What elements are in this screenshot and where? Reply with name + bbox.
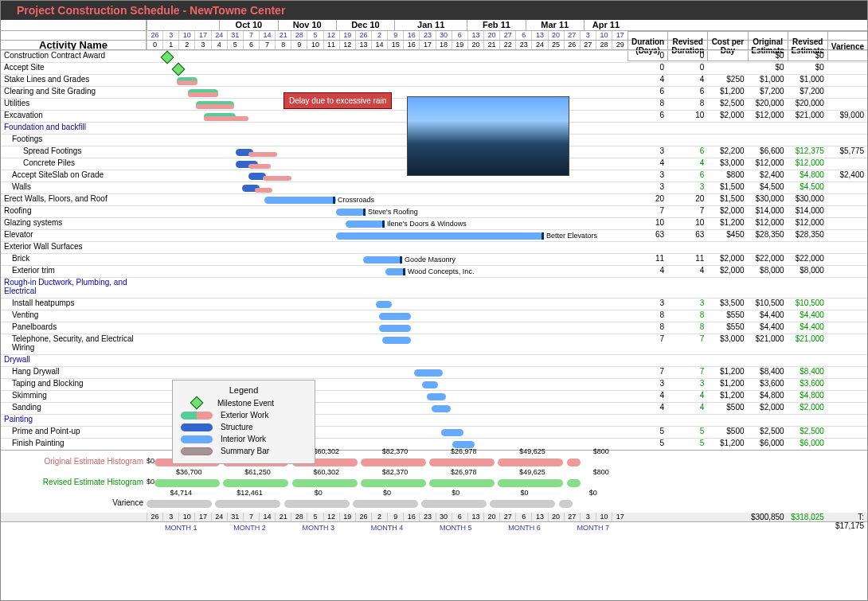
task-name: Brick	[1, 254, 147, 265]
gantt-bar-revised[interactable]	[188, 92, 218, 97]
gantt-bar[interactable]	[422, 381, 438, 388]
resource-tag: Better Elevators	[546, 232, 597, 240]
gantt-bar-revised[interactable]	[248, 164, 271, 169]
task-row: Erect Walls, Floors, and RoofCrossroads2…	[1, 193, 867, 205]
month-label: MONTH 6	[490, 522, 558, 533]
gantt-bar[interactable]	[379, 325, 411, 332]
gantt-bar-revised[interactable]	[255, 188, 272, 193]
total-var: T: $17,175	[827, 513, 867, 521]
label-oe-hist: Original Estimate Histogram	[1, 457, 147, 466]
gantt-bar[interactable]	[382, 337, 411, 344]
milestone-icon	[190, 396, 204, 410]
task-name: Install heatpumps	[1, 299, 147, 310]
gantt-bar[interactable]	[432, 405, 451, 412]
task-name: Accept SiteSlab on Grade	[1, 170, 147, 181]
histogram-bar	[490, 500, 555, 508]
histogram-bar	[429, 479, 495, 487]
task-name: Clearing and Site Grading	[1, 87, 147, 98]
resource-tag: Steve's Roofing	[368, 208, 418, 216]
month-oct: Oct 10	[219, 20, 277, 30]
task-row: Prime and Point-up55$500$2,500$2,500	[1, 426, 867, 438]
gantt-bar[interactable]	[379, 313, 411, 320]
histogram-bar	[284, 500, 350, 508]
gantt-bar[interactable]	[264, 197, 336, 204]
task-row: Walls33$1,500$4,500$4,500	[1, 181, 867, 193]
histogram-bar	[429, 459, 495, 466]
histogram-bar	[498, 479, 563, 487]
task-row: Install heatpumps33$3,500$10,500$10,500	[1, 298, 867, 310]
task-row: ElevatorBetter Elevators6363$450$28,350$…	[1, 229, 867, 241]
resource-tag: Goode Masonry	[405, 256, 456, 263]
task-name: Panelboards	[1, 322, 147, 334]
task-name: Hang Drywall	[1, 367, 147, 378]
label-re-hist: Revised Estimate Histogram	[1, 478, 147, 486]
month-label: MONTH 4	[353, 522, 421, 533]
task-name: Elevator	[1, 230, 147, 241]
label-var-hist: Varience	[1, 498, 147, 507]
gantt-bar[interactable]	[427, 393, 446, 400]
month-label: MONTH 2	[215, 522, 283, 533]
gantt-bar[interactable]	[441, 429, 463, 436]
gantt-bar[interactable]	[385, 268, 405, 275]
task-name: Painting	[1, 415, 147, 426]
month-nov: Nov 10	[278, 20, 336, 30]
task-name: Concrete Piles	[1, 158, 147, 170]
task-name: Construction Contract Award	[1, 51, 147, 62]
histogram-bar	[361, 459, 426, 466]
month-dec: Dec 10	[336, 20, 394, 30]
task-row: Sanding44$500$2,000$2,000	[1, 402, 867, 414]
task-name: Foundation and backfill	[1, 123, 147, 134]
task-name: Excavation	[1, 111, 147, 122]
task-name: Spread Footings	[1, 146, 147, 158]
gantt-bar-revised[interactable]	[263, 176, 291, 181]
histogram-bar	[567, 459, 581, 466]
task-name: Accept Site	[1, 63, 147, 74]
task-name: Utilities	[1, 99, 147, 110]
gantt-chart-root: Project Construction Schedule - NewTowne…	[0, 0, 868, 601]
gantt-bar[interactable]	[363, 256, 401, 263]
total-oe: $300,850	[748, 513, 788, 521]
task-row: Construction Contract Award00$0$0	[1, 50, 867, 62]
gantt-bar[interactable]	[336, 232, 543, 240]
task-row: Hang Drywall77$1,200$8,400$8,400	[1, 366, 867, 378]
gantt-bar[interactable]	[346, 220, 384, 228]
task-row: Finish Painting55$1,200$6,000$6,000	[1, 438, 867, 450]
task-row: Venting88$550$4,400$4,400	[1, 310, 867, 322]
histogram-bar	[567, 479, 581, 487]
month-jan: Jan 11	[394, 20, 467, 30]
task-name: Erect Walls, Floors, and Roof	[1, 194, 147, 205]
gantt-bar[interactable]	[336, 209, 365, 216]
task-name: Taping and Blocking	[1, 379, 147, 390]
resource-tag: Crossroads	[338, 196, 374, 204]
histogram-bar	[147, 500, 212, 508]
gantt-bar-revised[interactable]	[204, 116, 248, 121]
task-row: Stake Lines and Grades44$250$1,000$1,000	[1, 74, 867, 86]
page-title: Project Construction Schedule - NewTowne…	[1, 1, 867, 20]
task-row: Glazing systemsIlene's Doors & Windows10…	[1, 217, 867, 229]
total-re: $318,025	[788, 513, 827, 521]
exterior-swatch	[181, 412, 213, 420]
task-row: Exterior Wall Surfaces	[1, 241, 867, 253]
interior-swatch	[181, 435, 213, 443]
delay-callout: Delay due to excessive rain	[283, 92, 392, 109]
task-row: Telephone, Security, and Electrical Wiri…	[1, 334, 867, 354]
month-label: MONTH 3	[284, 522, 353, 533]
month-mar: Mar 11	[526, 20, 584, 30]
histogram-bar	[223, 479, 288, 487]
task-row: Rough-in Ductwork, Plumbing, and Electri…	[1, 277, 867, 298]
task-row: Panelboards88$550$4,400$4,400	[1, 322, 867, 334]
milestone-icon	[161, 51, 174, 64]
task-name: Rough-in Ductwork, Plumbing, and Electri…	[1, 278, 147, 298]
histogram-bar	[498, 459, 563, 466]
gantt-bar-revised[interactable]	[248, 152, 277, 157]
gantt-bar[interactable]	[376, 301, 392, 308]
gantt-bar-revised[interactable]	[196, 104, 234, 109]
gantt-bar[interactable]	[414, 369, 443, 377]
gantt-bar-revised[interactable]	[177, 80, 197, 85]
month-label: MONTH 1	[147, 522, 215, 533]
task-row: Accept Site00$0$0	[1, 62, 867, 74]
milestone-icon	[172, 63, 186, 76]
building-photo	[407, 96, 569, 176]
task-name: Exterior trim	[1, 266, 147, 277]
task-name: Exterior Wall Surfaces	[1, 242, 147, 253]
